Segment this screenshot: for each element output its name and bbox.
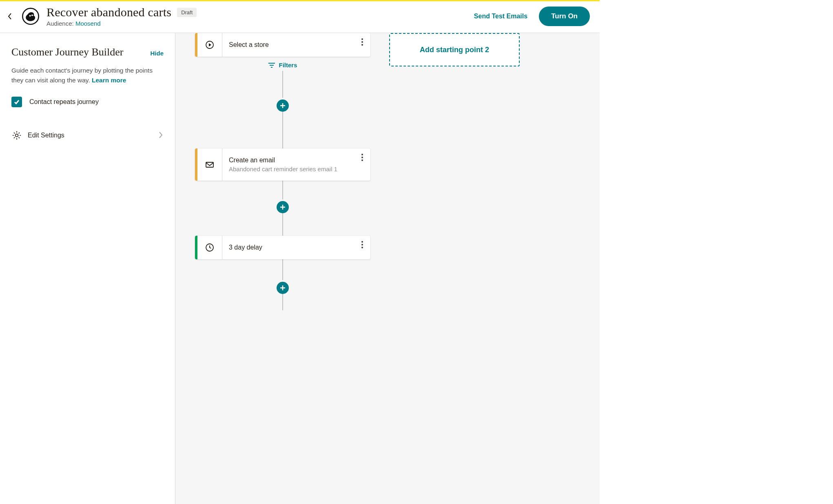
connector-line: [282, 71, 283, 99]
card-menu-button[interactable]: [358, 153, 366, 162]
main-layout: Customer Journey Builder Hide Guide each…: [0, 33, 600, 504]
contact-repeats-checkbox[interactable]: [11, 97, 22, 107]
clock-icon: [197, 236, 222, 259]
card-title: Select a store: [229, 41, 364, 49]
card-title: 3 day delay: [229, 244, 364, 251]
add-step-button[interactable]: [277, 99, 289, 112]
svg-point-3: [16, 134, 18, 137]
gear-icon: [11, 130, 22, 141]
audience-line: Audience: Moosend: [47, 20, 197, 27]
connector-line: [282, 213, 283, 236]
page-title: Recover abandoned carts: [47, 5, 171, 19]
send-test-emails-link[interactable]: Send Test Emails: [474, 13, 527, 20]
vertical-dots-icon: [361, 38, 363, 46]
filters-label: Filters: [279, 62, 297, 69]
chevron-right-icon: [159, 132, 164, 139]
card-title: Create an email: [229, 157, 364, 164]
audience-label: Audience:: [47, 20, 75, 27]
journey-card-delay[interactable]: 3 day delay: [195, 236, 370, 259]
contact-repeats-row: Contact repeats journey: [11, 97, 164, 107]
connector-line: [282, 259, 283, 282]
vertical-dots-icon: [361, 241, 363, 248]
card-menu-button[interactable]: [358, 37, 366, 47]
back-button[interactable]: [5, 11, 15, 21]
status-chip: Draft: [177, 8, 197, 17]
journey-column: Select a store Filters: [195, 33, 370, 310]
svg-point-2: [29, 15, 31, 16]
journey-card-trigger[interactable]: Select a store: [195, 33, 370, 57]
connector-line: [282, 181, 283, 201]
title-block: Recover abandoned carts Draft Audience: …: [47, 5, 197, 27]
sidebar-title: Customer Journey Builder: [11, 46, 123, 58]
edit-settings-label: Edit Settings: [28, 132, 64, 139]
contact-repeats-label: Contact repeats journey: [29, 98, 99, 106]
edit-settings-row[interactable]: Edit Settings: [11, 130, 164, 141]
sidebar-desc-text: Guide each contact's journey by plotting…: [11, 67, 153, 84]
header-actions: Send Test Emails Turn On: [474, 7, 590, 26]
add-starting-point-card[interactable]: Add starting point 2: [389, 33, 520, 66]
turn-on-button[interactable]: Turn On: [539, 7, 590, 26]
audience-link[interactable]: Moosend: [75, 20, 101, 27]
svg-rect-5: [206, 162, 213, 167]
journey-canvas[interactable]: Add starting point 2 Select a store: [175, 33, 600, 504]
connector-line: [282, 112, 283, 148]
add-step-button[interactable]: [277, 282, 289, 294]
header-bar: Recover abandoned carts Draft Audience: …: [0, 1, 600, 33]
connector-line: [282, 294, 283, 310]
hide-sidebar-link[interactable]: Hide: [150, 50, 164, 57]
play-icon: [197, 33, 222, 57]
mailchimp-logo-icon: [22, 8, 39, 25]
journey-card-email[interactable]: Create an email Abandoned cart reminder …: [195, 148, 370, 181]
add-step-button[interactable]: [277, 201, 289, 213]
svg-point-1: [31, 14, 33, 16]
sidebar-description: Guide each contact's journey by plotting…: [11, 66, 164, 85]
add-starting-point-label: Add starting point 2: [420, 46, 489, 54]
card-subtitle: Abandoned cart reminder series email 1: [229, 166, 364, 172]
mail-icon: [197, 148, 222, 181]
sidebar: Customer Journey Builder Hide Guide each…: [0, 33, 175, 504]
learn-more-link[interactable]: Learn more: [92, 77, 126, 84]
filters-button[interactable]: Filters: [268, 62, 297, 69]
vertical-dots-icon: [361, 154, 363, 161]
card-menu-button[interactable]: [358, 240, 366, 250]
